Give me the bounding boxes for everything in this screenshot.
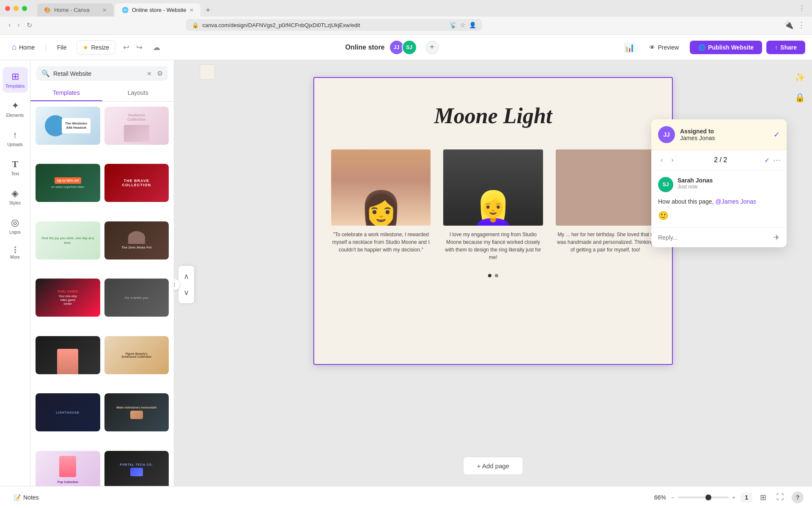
search-icon: 🔍 bbox=[41, 69, 50, 77]
page-number-btn[interactable]: 1 bbox=[741, 492, 752, 502]
sidebar-uploads-label: Uploads bbox=[7, 142, 23, 147]
search-filter-btn[interactable]: ⚙ bbox=[157, 69, 163, 77]
help-btn[interactable]: ? bbox=[792, 491, 804, 503]
sidebar-item-templates[interactable]: ⊞ Templates bbox=[3, 67, 28, 93]
extensions-btn[interactable]: 🔌 bbox=[784, 20, 793, 30]
template-card-50off[interactable]: Up to 50% off on select superhero titles bbox=[36, 164, 100, 217]
reply-input[interactable] bbox=[658, 234, 770, 241]
assigned-label: Assigned to bbox=[680, 128, 768, 135]
comment-mention[interactable]: @James Jonas bbox=[715, 198, 756, 205]
template-card-joy[interactable]: Find the joy you seek, one day at a time… bbox=[36, 221, 100, 274]
template-card-fashion[interactable] bbox=[36, 336, 100, 389]
emoji-reaction-btn[interactable]: 🙂 bbox=[658, 210, 669, 221]
search-input-wrap[interactable]: 🔍 ✕ ⚙ bbox=[36, 66, 168, 81]
sidebar-item-elements[interactable]: ✦ Elements bbox=[3, 96, 28, 122]
sidebar-logos-label: Logos bbox=[9, 230, 21, 235]
testimonial-2: 👱‍♀️ I love my engagement ring from Stud… bbox=[443, 149, 543, 261]
analytics-btn[interactable]: 📊 bbox=[621, 39, 638, 56]
preview-btn[interactable]: 👁 Preview bbox=[642, 41, 686, 54]
share-btn[interactable]: ↑ Share bbox=[766, 41, 805, 54]
window-close-btn[interactable] bbox=[5, 6, 10, 11]
assigned-avatar: JJ bbox=[658, 126, 675, 143]
add-collaborator-btn[interactable]: + bbox=[425, 41, 439, 54]
sidebar-item-styles[interactable]: ◈ Styles bbox=[3, 184, 28, 210]
template-card-brave[interactable]: The BraveCollection bbox=[104, 164, 169, 217]
tab-online-store[interactable]: 🌐 Online store - Website ✕ bbox=[115, 3, 200, 17]
cloud-save-btn[interactable]: ☁ bbox=[150, 40, 163, 55]
publish-website-btn[interactable]: 🌐 Publish Website bbox=[690, 41, 762, 54]
zoom-slider[interactable] bbox=[678, 497, 729, 498]
tab-templates[interactable]: Templates bbox=[30, 85, 102, 101]
template-card-better-you[interactable]: For a better you bbox=[104, 279, 169, 331]
sidebar-item-uploads[interactable]: ↑ Uploads bbox=[3, 125, 28, 151]
magic-wand-btn[interactable]: ✨ bbox=[791, 69, 809, 86]
right-tools: ✨ 🔒 bbox=[791, 69, 809, 106]
comment-count: 2 / 2 bbox=[714, 156, 727, 164]
sidebar-item-logos[interactable]: ◎ Logos bbox=[3, 213, 28, 239]
search-clear-btn[interactable]: ✕ bbox=[147, 70, 152, 77]
testimonial-1-img: 👩 bbox=[331, 149, 431, 226]
add-page-label: + Add page bbox=[477, 462, 509, 469]
comment-more-btn[interactable]: ⋯ bbox=[773, 155, 781, 165]
redo-btn[interactable]: ↪ bbox=[134, 40, 145, 55]
nav-refresh-btn[interactable]: ↻ bbox=[25, 19, 34, 31]
profile-icon[interactable]: 👤 bbox=[469, 22, 476, 28]
comment-next-btn[interactable]: › bbox=[668, 155, 677, 166]
templates-panel: 🔍 ✕ ⚙ Templates Layouts The WestmireA56 … bbox=[30, 60, 174, 508]
avatar-sj[interactable]: SJ bbox=[402, 40, 417, 55]
reply-send-btn[interactable]: ✈ bbox=[774, 233, 780, 242]
lock-btn[interactable]: 🔒 bbox=[791, 89, 809, 106]
comment-prev-btn[interactable]: ‹ bbox=[657, 155, 666, 166]
page-title: Moone Light bbox=[331, 103, 655, 128]
zoom-out-icon[interactable]: − bbox=[671, 494, 675, 501]
sidebar-item-text[interactable]: T Text bbox=[3, 155, 28, 180]
browser-settings-btn[interactable]: ⋮ bbox=[798, 20, 805, 30]
publish-icon: 🌐 bbox=[698, 44, 705, 51]
assigned-check-btn[interactable]: ✓ bbox=[774, 130, 780, 139]
uploads-icon: ↑ bbox=[13, 130, 17, 141]
page-number: 1 bbox=[745, 494, 748, 501]
template-card-delo[interactable]: The Delo Moka Pot bbox=[104, 221, 169, 274]
sidebar-item-more[interactable]: More bbox=[3, 242, 28, 264]
color-swatch[interactable] bbox=[200, 64, 215, 80]
nav-back-btn[interactable]: ‹ bbox=[7, 19, 12, 30]
undo-btn[interactable]: ↩ bbox=[121, 40, 132, 55]
tab-store-label: Online store - Website bbox=[132, 7, 186, 13]
tab-layouts[interactable]: Layouts bbox=[102, 85, 174, 101]
template-card-radiance[interactable]: RadianceCollection bbox=[104, 107, 169, 160]
window-max-btn[interactable] bbox=[22, 6, 27, 11]
template-card-lighthouse[interactable]: Lighthouse bbox=[36, 393, 100, 446]
template-card-westmire[interactable]: The WestmireA56 Headset bbox=[36, 107, 100, 160]
file-menu-btn[interactable]: File bbox=[52, 41, 72, 54]
notes-btn[interactable]: 📝 Notes bbox=[8, 491, 44, 503]
comment-author-avatar: SJ bbox=[658, 177, 673, 192]
home-button[interactable]: ⌂ Home bbox=[7, 39, 40, 55]
templates-grid: The WestmireA56 Headset RadianceCollecti… bbox=[30, 102, 174, 508]
testimonials-grid: 👩 "To celebrate a work milestone, I rewa… bbox=[331, 149, 655, 261]
scroll-down-btn[interactable]: ∨ bbox=[181, 285, 192, 300]
template-card-milestones[interactable]: Make milestones memorable bbox=[104, 393, 169, 446]
testimonial-2-text: I love my engagement ring from Studio Mo… bbox=[443, 231, 543, 261]
comment-resolve-btn[interactable]: ✓ bbox=[764, 156, 770, 164]
template-card-gaming[interactable]: PIXEL GAMES Your one-stopvideo gamecente… bbox=[36, 279, 100, 331]
nav-forward-btn[interactable]: › bbox=[16, 19, 21, 30]
template-card-sunkissed[interactable]: Figure Beauty'sSunkissed Collection bbox=[104, 336, 169, 389]
zoom-in-icon[interactable]: + bbox=[732, 494, 735, 501]
tab-home-close[interactable]: ✕ bbox=[102, 7, 107, 13]
tab-home[interactable]: 🎨 Home - Canva ✕ bbox=[37, 3, 113, 17]
scroll-up-btn[interactable]: ∧ bbox=[181, 269, 192, 284]
tab-store-close[interactable]: ✕ bbox=[189, 7, 194, 13]
cast-icon[interactable]: 📡 bbox=[450, 22, 457, 28]
star-icon[interactable]: ☆ bbox=[460, 22, 466, 28]
search-input[interactable] bbox=[53, 70, 143, 77]
grid-view-btn[interactable]: ⊞ bbox=[757, 490, 769, 505]
fullscreen-btn[interactable]: ⛶ bbox=[774, 490, 787, 504]
resize-button[interactable]: ★ Resize bbox=[77, 40, 115, 55]
tab-home-favicon: 🎨 bbox=[44, 7, 51, 13]
new-tab-btn[interactable]: + bbox=[202, 4, 214, 17]
logos-icon: ◎ bbox=[11, 217, 19, 228]
browser-menu-btn[interactable]: ⋮ bbox=[798, 4, 805, 12]
window-min-btn[interactable] bbox=[14, 6, 19, 11]
address-bar[interactable]: 🔒 canva.com/design/DAFNVgs2_p0/f4CFnbQjx… bbox=[186, 19, 482, 31]
add-page-btn[interactable]: + Add page bbox=[463, 457, 523, 475]
